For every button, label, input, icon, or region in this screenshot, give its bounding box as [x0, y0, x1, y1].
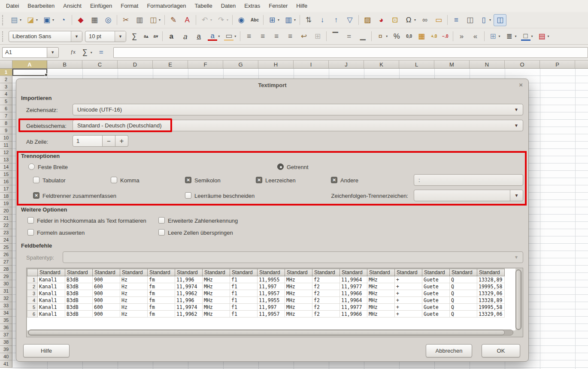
preview-column-type-17[interactable]: Standard [477, 269, 505, 276]
print-preview-icon[interactable]: ◎ [102, 14, 115, 26]
dropdown-arrow-icon[interactable]: ▾ [294, 18, 296, 22]
dropdown-arrow-icon[interactable]: ▾ [20, 18, 21, 22]
column-header-h[interactable]: H [258, 60, 294, 68]
dropdown-arrow-icon[interactable]: ▾ [414, 18, 416, 22]
row-header-23[interactable]: 23 [0, 229, 12, 236]
special-numbers-label[interactable]: Erweiterte Zahlenerkennung [168, 218, 238, 224]
align-right-icon[interactable]: ≡ [270, 30, 283, 42]
split-window-icon[interactable]: ◫ [494, 14, 506, 26]
row-header-28[interactable]: 28 [0, 266, 12, 273]
menu-hilfe[interactable]: Hilfe [292, 0, 312, 12]
row-header-41[interactable]: 41 [0, 360, 12, 368]
bold-icon[interactable]: a [165, 30, 178, 42]
row-header-40[interactable]: 40 [0, 353, 12, 360]
row-header-6[interactable]: 6 [0, 105, 12, 112]
separated-label[interactable]: Getrennt [287, 164, 309, 170]
cancel-button[interactable]: Abbrechen [426, 344, 472, 357]
sum-select-icon[interactable]: ∑▾ [79, 46, 94, 58]
locale-combo[interactable]: Standard - Deutsch (Deutschland) ▼ [73, 120, 523, 131]
cut-icon[interactable]: ✂ [119, 14, 132, 26]
spin-minus-button[interactable]: − [103, 135, 115, 147]
preview-column-type-15[interactable]: Standard [422, 269, 450, 276]
align-top-icon[interactable]: ▔ [329, 30, 342, 42]
freeze-panes-icon[interactable]: ▯▾ [477, 14, 493, 26]
row-header-13[interactable]: 13 [0, 156, 12, 163]
fixed-width-label[interactable]: Feste Breite [38, 164, 68, 170]
skip-empty-cells-checkbox[interactable] [158, 229, 165, 236]
preview-horizontal-scrollbar[interactable] [28, 330, 513, 336]
row-header-22[interactable]: 22 [0, 222, 12, 229]
comma-label[interactable]: Komma [120, 177, 139, 184]
merge-delimiters-label[interactable]: Feldtrenner zusammenfassen [42, 193, 116, 199]
row-header-24[interactable]: 24 [0, 236, 12, 244]
column-header-o[interactable]: O [505, 60, 540, 68]
print-icon[interactable]: ▦ [88, 14, 101, 26]
from-row-value[interactable]: 1 [73, 135, 103, 147]
preview-column-type-1[interactable]: Standard [38, 269, 65, 276]
comma-checkbox[interactable] [111, 177, 117, 183]
row-header-34[interactable]: 34 [0, 309, 12, 317]
preview-column-type-6[interactable]: Standard [175, 269, 203, 276]
export-pdf-icon[interactable]: ◆ [74, 14, 87, 26]
preview-column-type-13[interactable]: Standard [367, 269, 395, 276]
table-icon[interactable]: ⊞▾ [266, 14, 281, 26]
column-header-a[interactable]: A [12, 60, 47, 68]
dropdown-arrow-icon[interactable]: ▾ [548, 34, 549, 38]
space-checkbox[interactable] [256, 177, 262, 183]
column-header-b[interactable]: B [47, 60, 82, 68]
font-size-combo[interactable]: 10 pt ▼ [85, 31, 126, 42]
tab-label[interactable]: Tabulator [42, 177, 65, 184]
evaluate-formulas-label[interactable]: Formeln auswerten [37, 230, 85, 236]
row-header-10[interactable]: 10 [0, 134, 12, 142]
preview-column-type-5[interactable]: Standard [148, 269, 175, 276]
preview-column-type-9[interactable]: Standard [258, 269, 285, 276]
italic-icon[interactable]: a [179, 30, 191, 42]
preview-column-type-14[interactable]: Standard [395, 269, 422, 276]
row-header-30[interactable]: 30 [0, 280, 12, 287]
add-decimal-icon[interactable]: +.0 [429, 30, 439, 42]
preview-column-type-11[interactable]: Standard [312, 269, 340, 276]
space-label[interactable]: Leerzeichen [265, 177, 296, 184]
menu-daten[interactable]: Daten [217, 0, 240, 12]
borders-icon[interactable]: ⊞▾ [487, 30, 502, 42]
copy-icon[interactable]: ▥ [133, 14, 146, 26]
row-header-37[interactable]: 37 [0, 331, 12, 339]
name-box-dropdown[interactable]: ▼ [47, 47, 59, 58]
preview-column-type-7[interactable]: Standard [203, 269, 230, 276]
headers-footers-icon[interactable]: ≡ [450, 14, 463, 26]
quoted-as-text-checkbox[interactable] [27, 217, 34, 224]
row-header-21[interactable]: 21 [0, 215, 12, 222]
dropdown-arrow-icon[interactable]: ▾ [52, 18, 54, 22]
percent-format-icon[interactable]: % [390, 30, 403, 42]
dropdown-arrow-icon[interactable]: ▾ [531, 34, 533, 38]
preview-column-type-10[interactable]: Standard [285, 269, 312, 276]
dropdown-arrow-icon[interactable]: ▾ [210, 18, 212, 22]
sort-ascending-icon[interactable]: ↑ [330, 14, 342, 26]
dropdown-arrow-icon[interactable]: ▾ [489, 18, 491, 22]
row-header-31[interactable]: 31 [0, 287, 12, 295]
column-header-l[interactable]: L [399, 60, 434, 68]
dropdown-arrow-icon[interactable]: ▾ [386, 34, 388, 38]
spellcheck-icon[interactable]: Abc [249, 14, 261, 26]
fixed-width-radio[interactable] [28, 163, 35, 170]
row-header-14[interactable]: 14 [0, 163, 12, 171]
spin-plus-button[interactable]: + [115, 135, 128, 147]
column-header-f[interactable]: F [188, 60, 223, 68]
menu-extras[interactable]: Extras [240, 0, 264, 12]
menu-ansicht[interactable]: Ansicht [59, 0, 86, 12]
row-header-35[interactable]: 35 [0, 317, 12, 324]
decrease-indent-icon[interactable]: « [469, 30, 482, 42]
decrease-font-icon[interactable]: a▾ [152, 30, 161, 42]
font-name-combo[interactable]: Liberation Sans ▼ [9, 31, 82, 42]
help-button[interactable]: Hilfe [23, 344, 70, 357]
align-left-icon[interactable]: ≡ [242, 30, 255, 42]
merge-delimiters-checkbox[interactable] [33, 192, 39, 199]
clone-formatting-icon[interactable]: ✎ [167, 14, 180, 26]
tab-checkbox[interactable] [33, 177, 39, 183]
menu-tabelle[interactable]: Tabelle [190, 0, 216, 12]
dropdown-arrow-icon[interactable]: ▾ [159, 18, 161, 22]
row-header-20[interactable]: 20 [0, 207, 12, 215]
border-style-icon[interactable]: ≣▾ [503, 30, 518, 42]
conditional-formatting-icon[interactable]: ▤▾ [536, 30, 551, 42]
column-header-i[interactable]: I [294, 60, 329, 68]
